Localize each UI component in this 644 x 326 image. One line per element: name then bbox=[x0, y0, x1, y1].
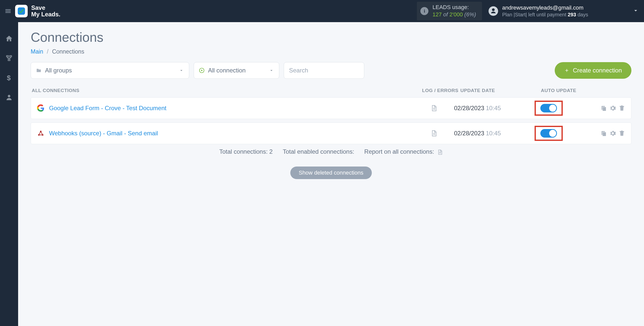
search-box[interactable] bbox=[284, 62, 364, 79]
header-log: LOG / ERRORS bbox=[420, 88, 460, 93]
header-all-connections: ALL CONNECTIONS bbox=[31, 88, 420, 93]
groups-select-label: All groups bbox=[45, 67, 72, 74]
connection-actions bbox=[592, 130, 625, 137]
groups-select[interactable]: All groups bbox=[31, 62, 189, 79]
google-icon bbox=[37, 104, 45, 112]
connection-auto-update bbox=[535, 126, 592, 141]
brand-line1: Save bbox=[31, 5, 60, 11]
summary-enabled: Total enabled connections: bbox=[283, 148, 354, 155]
auto-update-toggle[interactable] bbox=[540, 129, 557, 138]
summary-report: Report on all connections: bbox=[364, 148, 443, 155]
usage-used: 127 bbox=[432, 11, 442, 18]
nav-home[interactable] bbox=[4, 33, 14, 44]
connection-log bbox=[414, 130, 454, 137]
connection-row: Webhooks (source) - Gmail - Send email 0… bbox=[31, 123, 631, 144]
nav-account[interactable] bbox=[4, 92, 14, 103]
summary-bar: Total connections: 2 Total enabled conne… bbox=[31, 148, 631, 155]
chevron-down-icon bbox=[179, 68, 184, 73]
connection-actions bbox=[592, 105, 625, 111]
connection-select[interactable]: All connection bbox=[194, 62, 279, 79]
topbar: Save My Leads. i LEADS usage: 127 of 2'0… bbox=[0, 0, 644, 22]
connection-name: Webhooks (source) - Gmail - Send email bbox=[49, 130, 414, 137]
log-document-icon[interactable] bbox=[431, 130, 437, 137]
menu-toggle-button[interactable] bbox=[3, 6, 13, 16]
connection-auto-update bbox=[535, 101, 592, 116]
report-document-icon[interactable] bbox=[437, 149, 443, 155]
usage-total: 2'000 bbox=[450, 11, 463, 18]
connection-select-label: All connection bbox=[208, 67, 246, 74]
account-menu[interactable]: andrewsavemyleads@gmail.com Plan |Start|… bbox=[489, 4, 639, 18]
summary-total: Total connections: 2 bbox=[219, 148, 273, 155]
create-connection-label: Create connection bbox=[573, 67, 622, 74]
sidebar: $ bbox=[0, 22, 18, 326]
trash-icon[interactable] bbox=[619, 130, 625, 137]
log-document-icon[interactable] bbox=[431, 104, 437, 112]
auto-update-toggle[interactable] bbox=[540, 104, 557, 112]
connection-name: Google Lead Form - Crove - Test Document bbox=[49, 105, 414, 112]
webhook-icon bbox=[37, 130, 45, 137]
leads-usage-box[interactable]: i LEADS usage: 127 of 2'000 (6%) bbox=[417, 2, 482, 20]
usage-pct: (6%) bbox=[464, 11, 476, 18]
brand-name: Save My Leads. bbox=[31, 5, 60, 18]
usage-of: of bbox=[443, 11, 449, 18]
page-title: Connections bbox=[31, 30, 631, 45]
connection-link[interactable]: Webhooks (source) - Gmail - Send email bbox=[49, 130, 158, 137]
gear-icon[interactable] bbox=[610, 130, 616, 137]
connection-link[interactable]: Google Lead Form - Crove - Test Document bbox=[49, 105, 166, 111]
main-content: Connections Main / Connections All group… bbox=[18, 22, 644, 326]
gear-icon[interactable] bbox=[610, 105, 616, 111]
play-circle-icon bbox=[199, 68, 205, 73]
info-icon: i bbox=[420, 7, 428, 15]
copy-icon[interactable] bbox=[600, 130, 607, 137]
nav-connections[interactable] bbox=[4, 53, 14, 63]
header-update-date: UPDATE DATE bbox=[460, 88, 541, 93]
filters-row: All groups All connection Create connect… bbox=[31, 62, 631, 79]
show-deleted-button[interactable]: Show deleted connections bbox=[290, 167, 372, 179]
svg-point-2 bbox=[8, 95, 10, 97]
table-header: ALL CONNECTIONS LOG / ERRORS UPDATE DATE… bbox=[31, 85, 631, 97]
search-input[interactable] bbox=[289, 67, 359, 74]
breadcrumb-current: Connections bbox=[52, 48, 84, 55]
highlight-box bbox=[535, 126, 563, 141]
brand-line2: My Leads. bbox=[31, 11, 60, 18]
folder-icon bbox=[36, 68, 42, 73]
logo bbox=[15, 5, 28, 17]
connection-row: Google Lead Form - Crove - Test Document… bbox=[31, 97, 631, 119]
breadcrumb-separator: / bbox=[47, 48, 48, 55]
nav-billing[interactable]: $ bbox=[4, 72, 14, 83]
connection-log bbox=[414, 104, 454, 112]
copy-icon[interactable] bbox=[600, 105, 607, 111]
chevron-down-icon bbox=[269, 68, 274, 73]
trash-icon[interactable] bbox=[619, 105, 625, 111]
account-plan: Plan |Start| left until payment 293 days bbox=[502, 11, 588, 18]
connection-date: 02/28/202310:45 bbox=[454, 130, 535, 137]
connection-date: 02/28/202310:45 bbox=[454, 105, 535, 112]
usage-text: LEADS usage: 127 of 2'000 (6%) bbox=[432, 4, 476, 18]
avatar-icon bbox=[489, 6, 498, 16]
breadcrumb: Main / Connections bbox=[31, 48, 631, 55]
usage-label: LEADS usage: bbox=[432, 4, 476, 11]
account-text: andrewsavemyleads@gmail.com Plan |Start|… bbox=[502, 4, 588, 18]
header-auto-update: AUTO UPDATE bbox=[541, 88, 599, 93]
chevron-down-icon bbox=[632, 7, 639, 15]
highlight-box bbox=[535, 101, 563, 116]
plus-icon bbox=[564, 68, 569, 73]
account-email: andrewsavemyleads@gmail.com bbox=[502, 4, 588, 12]
create-connection-button[interactable]: Create connection bbox=[555, 62, 631, 79]
breadcrumb-main-link[interactable]: Main bbox=[31, 48, 43, 55]
svg-text:$: $ bbox=[7, 74, 11, 82]
